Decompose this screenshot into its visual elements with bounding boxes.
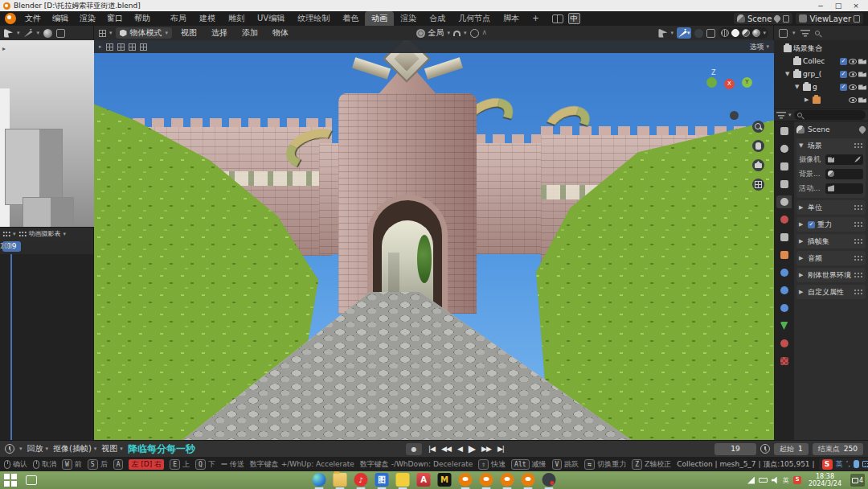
timeline-menu-item[interactable]: 抠像(插帧) ▾ bbox=[53, 443, 96, 454]
toolbar-expand-icon[interactable]: ▸ bbox=[2, 45, 6, 52]
transform-orientation[interactable]: 全局 bbox=[428, 27, 444, 39]
m-app-icon[interactable]: M bbox=[438, 473, 452, 487]
workspace-tab[interactable]: UV编辑 bbox=[251, 11, 291, 26]
render-camera-icon[interactable] bbox=[858, 59, 866, 64]
properties-section[interactable]: ▶ ✓ 重力 bbox=[796, 217, 866, 232]
outliner-editor-icon[interactable] bbox=[779, 29, 788, 38]
ortho-grid-icon[interactable] bbox=[752, 179, 764, 191]
pin-icon[interactable] bbox=[858, 125, 866, 134]
clock[interactable]: 18:38 2024/3/24 bbox=[805, 473, 845, 487]
maximize-button[interactable]: □ bbox=[829, 1, 847, 11]
music-app-icon[interactable]: ♪ bbox=[354, 473, 368, 487]
file-explorer-icon[interactable] bbox=[334, 473, 347, 487]
timeline-editor-icon[interactable] bbox=[5, 444, 14, 454]
axis-z-handle[interactable] bbox=[706, 77, 717, 88]
timeline-menu-item[interactable]: 视图 ▾ bbox=[101, 443, 123, 454]
collapse-arrow-icon[interactable]: ▶ bbox=[805, 97, 809, 103]
speaker-icon[interactable] bbox=[772, 477, 779, 484]
visibility-eye-icon[interactable] bbox=[849, 72, 857, 77]
adobe-app-icon[interactable]: A bbox=[417, 473, 431, 487]
dopesheet-ruler[interactable]: 19 100 200 bbox=[0, 240, 93, 254]
blender-window-icon[interactable] bbox=[480, 473, 493, 487]
visibility-eye-icon[interactable] bbox=[849, 84, 857, 90]
3d-viewport[interactable]: ▸ 选项 ▾ Z X Y bbox=[94, 40, 774, 440]
mode-dropdown[interactable]: 物体模式 ▾ bbox=[116, 27, 173, 39]
collapse-arrow-icon[interactable]: ▶ bbox=[799, 221, 805, 228]
object-icon[interactable] bbox=[776, 249, 792, 261]
expand-arrow-icon[interactable]: ▼ bbox=[785, 71, 789, 77]
workspace-tab[interactable]: 纹理绘制 bbox=[291, 11, 336, 26]
strip-expand-icon[interactable]: ▸ bbox=[99, 43, 102, 50]
scene-selector[interactable]: Scene bbox=[734, 13, 793, 24]
outliner-filter-icon[interactable] bbox=[800, 29, 810, 37]
gravity-checkbox[interactable]: ✓ bbox=[808, 221, 815, 228]
outliner-item-label[interactable]: Collec bbox=[803, 57, 825, 65]
visibility-eye-icon[interactable] bbox=[849, 97, 857, 103]
properties-section[interactable]: ▶ ✓ 插帧集 bbox=[796, 234, 866, 249]
edge-icon[interactable] bbox=[313, 473, 326, 487]
axis-x-handle[interactable]: X bbox=[724, 79, 735, 89]
auto-keying-record-button[interactable]: ● bbox=[406, 443, 422, 455]
viewlayer-icon[interactable] bbox=[776, 178, 792, 191]
properties-section[interactable]: ▶ ✓ 刚体世界环境 bbox=[796, 268, 866, 282]
drag-handle[interactable] bbox=[854, 238, 863, 244]
new-viewlayer-icon[interactable] bbox=[854, 15, 860, 23]
active-clip-field[interactable] bbox=[825, 183, 863, 194]
camera-view-icon[interactable] bbox=[752, 159, 764, 171]
snap-magnet-icon[interactable] bbox=[453, 31, 461, 36]
viewlayer-selector[interactable]: ViewLayer bbox=[796, 13, 863, 24]
secondary-3d-viewport[interactable]: ▸ bbox=[0, 40, 94, 227]
dopesheet-channels[interactable] bbox=[0, 254, 93, 441]
options-button[interactable]: 选项 bbox=[749, 42, 764, 52]
workspace-tab[interactable]: 着色 bbox=[336, 11, 365, 26]
navigation-gizmo[interactable]: Z X Y bbox=[706, 69, 760, 105]
add-workspace-button[interactable]: + bbox=[526, 11, 545, 26]
outliner-row[interactable]: ▼▶ grp_( ✓ bbox=[776, 68, 868, 80]
orbit-ball-icon[interactable] bbox=[730, 111, 739, 120]
blue-app-icon[interactable]: 图 bbox=[375, 473, 389, 487]
properties-section[interactable]: ▶ ✓ 音频 bbox=[796, 251, 866, 265]
blender-window-icon[interactable] bbox=[522, 473, 535, 487]
topbar-menu-item[interactable]: 编辑 bbox=[47, 11, 74, 26]
task-view-button[interactable] bbox=[26, 475, 37, 485]
tool-icon[interactable] bbox=[776, 125, 792, 138]
background-scene-field[interactable] bbox=[825, 169, 863, 179]
collapse-arrow-icon[interactable]: ▶ bbox=[799, 238, 805, 244]
pan-hand-icon[interactable] bbox=[752, 140, 764, 152]
jump-to-start-button[interactable]: |◀ bbox=[428, 445, 435, 453]
render-camera-icon[interactable] bbox=[858, 97, 866, 103]
current-frame-field[interactable]: 19 bbox=[714, 443, 756, 455]
layer-grid-icon[interactable] bbox=[106, 43, 113, 51]
play-reverse-button[interactable]: ◀ bbox=[457, 445, 462, 453]
workspace-layout-icon[interactable] bbox=[552, 14, 563, 23]
viewport-menu-item[interactable]: 选择 bbox=[206, 26, 233, 40]
scene-panel-header[interactable]: ▼ 场景 bbox=[799, 140, 863, 151]
notification-center-button[interactable]: 4 bbox=[850, 474, 865, 487]
prev-keyframe-button[interactable]: ◀◀ bbox=[441, 445, 451, 453]
tray-language-indicator[interactable]: 英 bbox=[783, 477, 789, 484]
object-data-icon[interactable] bbox=[776, 319, 792, 332]
xray-toggle-icon[interactable] bbox=[694, 29, 703, 38]
topbar-menu-item[interactable]: 帮助 bbox=[129, 11, 156, 26]
drag-handle[interactable] bbox=[854, 221, 863, 228]
network-icon[interactable] bbox=[747, 477, 755, 484]
workspace-tab[interactable]: 几何节点 bbox=[452, 11, 497, 26]
pin-icon[interactable] bbox=[773, 14, 782, 23]
frame-end-field[interactable]: 结束点 250 bbox=[813, 443, 863, 455]
render-icon[interactable] bbox=[776, 142, 792, 155]
zoom-icon[interactable] bbox=[752, 121, 764, 133]
material-shading-icon[interactable] bbox=[742, 29, 750, 37]
drag-handle[interactable] bbox=[854, 204, 863, 211]
new-scene-icon[interactable] bbox=[783, 15, 789, 23]
collapse-arrow-icon[interactable]: ▶ bbox=[799, 255, 805, 261]
selectable-checkbox[interactable]: ✓ bbox=[840, 71, 847, 78]
eyedropper-icon[interactable] bbox=[854, 156, 861, 162]
selectable-checkbox[interactable]: ✓ bbox=[840, 58, 847, 65]
physics-icon[interactable] bbox=[776, 302, 792, 314]
material-icon[interactable] bbox=[776, 337, 792, 350]
viewport-menu-item[interactable]: 添加 bbox=[236, 26, 264, 40]
overlap-icon[interactable] bbox=[706, 29, 715, 38]
notes-app-icon[interactable] bbox=[396, 473, 410, 487]
workspace-tab[interactable]: 建模 bbox=[193, 11, 222, 26]
overlays-toggle[interactable]: ▾ bbox=[677, 27, 692, 39]
